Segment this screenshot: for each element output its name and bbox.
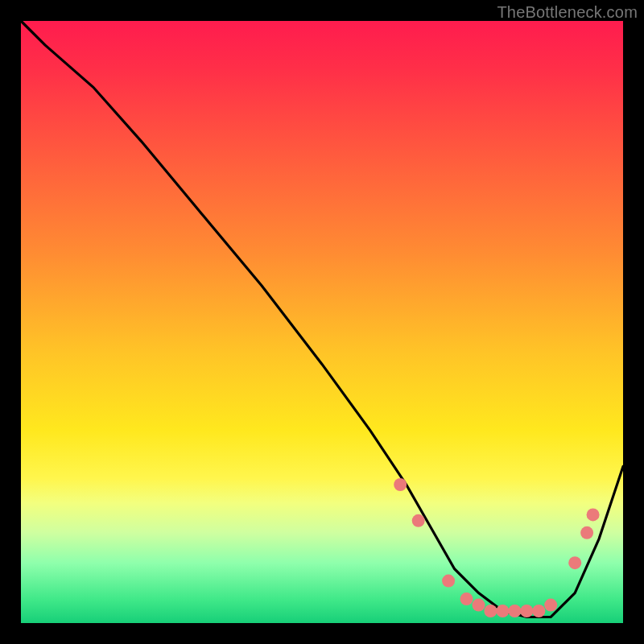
marker-dot [520,605,533,617]
marker-dot [580,526,593,539]
marker-dot [496,605,509,617]
chart-svg [21,21,623,623]
plot-area [21,21,623,623]
watermark-text: TheBottleneck.com [497,3,638,22]
marker-dot [587,508,600,521]
marker-dot [412,514,425,527]
curve-line [21,21,623,617]
marker-dot [532,605,545,617]
marker-dot [394,478,407,491]
marker-dot [484,605,497,617]
marker-dot [473,599,485,612]
chart-frame: TheBottleneck.com [0,0,644,644]
marker-dot [460,592,473,605]
marker-dot [508,605,521,617]
marker-dot [442,575,455,588]
marker-dot [568,556,581,569]
marker-group [394,478,599,617]
marker-dot [544,599,557,612]
